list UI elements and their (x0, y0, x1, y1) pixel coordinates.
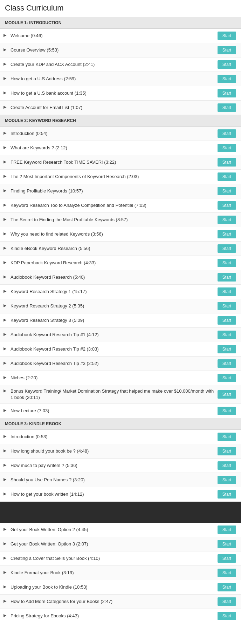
lesson-row: ▶FREE Keyword Research Tool: TIME SAVER!… (0, 155, 241, 170)
start-button[interactable]: Start (218, 407, 236, 415)
module-header: MODULE 1: INTRODUCTION (0, 17, 241, 29)
play-icon: ▶ (4, 131, 8, 135)
start-button[interactable]: Start (218, 60, 236, 69)
lesson-title: Should you Use Pen Names ? (3:20) (11, 477, 214, 483)
lesson-title: Pricing Strategy for Ebooks (4:43) (11, 613, 214, 619)
lesson-title: Audiobook Keyword Research Tip #2 (3:03) (11, 346, 214, 352)
play-icon: ▶ (4, 613, 8, 618)
play-icon: ▶ (4, 47, 8, 52)
start-button[interactable]: Start (218, 75, 236, 83)
play-icon: ▶ (4, 332, 8, 337)
start-button[interactable]: Start (218, 476, 236, 484)
play-icon: ▶ (4, 303, 8, 308)
start-button[interactable]: Start (218, 129, 236, 138)
lesson-title: KDP Paperback Keyword Research (4:33) (11, 260, 214, 266)
start-button[interactable]: Start (218, 316, 236, 325)
lesson-title: Why you need to find related Keywords (3… (11, 231, 214, 237)
play-icon: ▶ (4, 62, 8, 66)
start-button[interactable]: Start (218, 287, 236, 296)
lesson-row: ▶What are Keywords ? (2:12)Start (0, 141, 241, 155)
play-icon: ▶ (4, 541, 8, 546)
play-icon: ▶ (4, 33, 8, 38)
lesson-row: ▶Create Account for Email List (1:07)Sta… (0, 101, 241, 115)
lesson-title: Keyword Research Strategy 2 (5:35) (11, 303, 214, 309)
play-icon: ▶ (4, 246, 8, 250)
lesson-title: Create Account for Email List (1:07) (11, 104, 214, 111)
play-icon: ▶ (4, 289, 8, 293)
start-button[interactable]: Start (218, 244, 236, 253)
lesson-title: New Lecture (7:03) (11, 408, 214, 414)
lesson-row: ▶Get your Book Written: Option 3 (2:07)S… (0, 537, 241, 551)
start-button[interactable]: Start (218, 390, 236, 399)
start-button[interactable]: Start (218, 526, 236, 534)
lesson-row: ▶The 2 Most Important Components of Keyw… (0, 170, 241, 184)
lesson-row: ▶Keyword Research Strategy 2 (5:35)Start (0, 299, 241, 313)
start-button[interactable]: Start (218, 302, 236, 310)
lesson-row: ▶Introduction (0:53)Start (0, 430, 241, 444)
start-button[interactable]: Start (218, 374, 236, 382)
lesson-title: What are Keywords ? (2:12) (11, 145, 214, 151)
start-button[interactable]: Start (218, 554, 236, 563)
play-icon: ▶ (4, 274, 8, 279)
start-button[interactable]: Start (218, 359, 236, 368)
play-icon: ▶ (4, 231, 8, 236)
start-button[interactable]: Start (218, 201, 236, 210)
start-button[interactable]: Start (218, 32, 236, 40)
play-icon: ▶ (4, 361, 8, 365)
play-icon: ▶ (4, 492, 8, 496)
start-button[interactable]: Start (218, 187, 236, 195)
lesson-row: ▶Kindle eBook Keyword Research (5:56)Sta… (0, 242, 241, 256)
lesson-title: Audiobook Keyword Research (5:40) (11, 274, 214, 280)
play-icon: ▶ (4, 145, 8, 150)
start-button[interactable]: Start (218, 345, 236, 353)
lesson-title: How to get a U.S bank account (1:35) (11, 90, 214, 96)
lesson-row: ▶KDP Paperback Keyword Research (4:33)St… (0, 256, 241, 270)
play-icon: ▶ (4, 203, 8, 207)
play-icon: ▶ (4, 375, 8, 380)
start-button[interactable]: Start (218, 259, 236, 267)
start-button[interactable]: Start (218, 103, 236, 112)
start-button[interactable]: Start (218, 144, 236, 152)
lesson-title: Keyword Research Strategy 3 (5:09) (11, 317, 214, 324)
start-button[interactable]: Start (218, 612, 236, 620)
lesson-row: ▶Kindle Format your Book (3:19)Start (0, 566, 241, 580)
start-button[interactable]: Start (218, 569, 236, 577)
play-icon: ▶ (4, 188, 8, 193)
start-button[interactable]: Start (218, 597, 236, 606)
lesson-row: ▶How much to pay writers ? (5:36)Start (0, 459, 241, 473)
lesson-title: How to get a U.S Address (2:59) (11, 76, 214, 82)
lesson-title: Keyword Research Strategy 1 (15:17) (11, 289, 214, 295)
play-icon: ▶ (4, 174, 8, 178)
play-icon: ▶ (4, 90, 8, 95)
start-button[interactable]: Start (218, 490, 236, 499)
lesson-row: ▶Audiobook Keyword Research Tip #3 (2:52… (0, 357, 241, 371)
start-button[interactable]: Start (218, 230, 236, 238)
lesson-title: Introduction (0:54) (11, 130, 214, 137)
lesson-title: Get your Book Written: Option 3 (2:07) (11, 541, 214, 547)
lesson-title: How to Add More Categories for your Book… (11, 598, 214, 605)
start-button[interactable]: Start (218, 540, 236, 548)
page-title: Class Curriculum (0, 0, 241, 17)
play-icon: ▶ (4, 477, 8, 482)
lesson-row: ▶Get your Book Written: Option 2 (4:45)S… (0, 523, 241, 537)
start-button[interactable]: Start (218, 172, 236, 181)
play-icon: ▶ (4, 434, 8, 439)
start-button[interactable]: Start (218, 433, 236, 441)
play-icon: ▶ (4, 160, 8, 164)
lesson-row: ▶Finding Profitable Keywords (10:57)Star… (0, 184, 241, 198)
start-button[interactable]: Start (218, 216, 236, 224)
start-button[interactable]: Start (218, 331, 236, 339)
lesson-title: Audiobook Keyword Research Tip #3 (2:52) (11, 360, 214, 367)
lesson-title: How much to pay writers ? (5:36) (11, 462, 214, 469)
start-button[interactable]: Start (218, 461, 236, 470)
lesson-row: ▶Create your KDP and ACX Account (2:41)S… (0, 57, 241, 72)
start-button[interactable]: Start (218, 46, 236, 54)
start-button[interactable]: Start (218, 583, 236, 591)
lesson-title: Audiobook Keyword Research Tip #1 (4:12) (11, 332, 214, 338)
play-icon: ▶ (4, 570, 8, 575)
start-button[interactable]: Start (218, 158, 236, 167)
start-button[interactable]: Start (218, 89, 236, 97)
start-button[interactable]: Start (218, 273, 236, 282)
lesson-row: ▶How long should your book be ? (4:48)St… (0, 444, 241, 459)
start-button[interactable]: Start (218, 447, 236, 455)
